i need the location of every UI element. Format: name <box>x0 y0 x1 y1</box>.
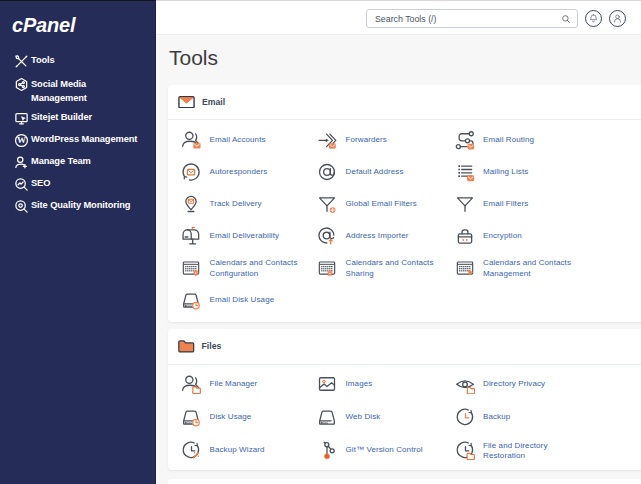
svg-text:W: W <box>17 135 26 145</box>
